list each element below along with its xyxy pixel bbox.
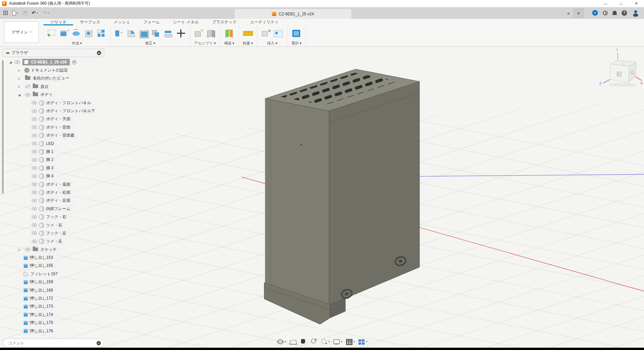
expander-icon[interactable]: ◢ [18, 93, 23, 97]
browser-row[interactable]: ツメ・左 [5, 237, 106, 245]
visibility-eye-icon[interactable] [32, 166, 37, 170]
browser-row[interactable]: フィレット157 [5, 270, 106, 278]
browser-row[interactable]: ▷原点 [5, 82, 106, 91]
browser-row[interactable]: 脚 4 [5, 172, 106, 180]
document-tab[interactable]: CZ-6EB1_1_25 v24 [234, 9, 351, 19]
comment-input[interactable] [7, 340, 97, 346]
visibility-eye-icon[interactable] [32, 215, 37, 219]
expander-icon[interactable]: ▷ [18, 69, 23, 72]
ribbon-tab[interactable]: フォーム [137, 19, 166, 25]
browser-row[interactable]: 脚 1 [5, 148, 106, 156]
expander-icon[interactable]: ▷ [18, 85, 23, 88]
fillet-icon[interactable] [126, 28, 137, 39]
help-icon[interactable]: ? [622, 10, 627, 16]
move-icon[interactable] [176, 28, 186, 39]
browser-panel-header[interactable]: ◀◀ ブラウザ [3, 49, 104, 57]
visibility-eye-icon[interactable] [32, 101, 37, 105]
visibility-eye-icon[interactable] [32, 158, 37, 162]
browser-row[interactable]: 脚 3 [5, 164, 106, 172]
undo-button[interactable]: ↶▾ [32, 10, 38, 15]
create-sketch-icon[interactable] [47, 28, 57, 39]
comment-box[interactable] [3, 339, 104, 347]
browser-row[interactable]: ▷ドキュメントの設定 [5, 66, 106, 74]
maximize-button[interactable]: □ [613, 0, 629, 7]
zoom-button[interactable] [310, 338, 317, 345]
canvas-icon[interactable] [273, 28, 284, 39]
ribbon-tab[interactable]: ソリッド [43, 19, 73, 25]
browser-row[interactable]: 押し出し153 [5, 253, 106, 261]
notifications-icon[interactable] [613, 11, 617, 14]
browser-row[interactable]: ボディ・フロントパネル [5, 99, 106, 107]
browser-row[interactable]: ボディ・背面 [5, 123, 106, 131]
visibility-eye-icon[interactable] [32, 223, 37, 227]
visibility-eye-icon[interactable] [32, 199, 37, 202]
browser-row[interactable]: ボディ・背面蓋 [5, 132, 106, 140]
visibility-eye-icon[interactable] [25, 93, 30, 97]
combine-icon[interactable] [151, 28, 162, 39]
browser-row[interactable]: ボディ・天面 [5, 115, 106, 123]
ribbon-tab[interactable]: プラスチック [205, 19, 244, 25]
browser-row[interactable]: LED [5, 140, 106, 148]
browser-row[interactable]: 押し出し175 [5, 319, 106, 327]
visibility-eye-icon[interactable] [32, 231, 37, 235]
fit-button[interactable]: ▾ [320, 338, 330, 345]
group-dropdown-label[interactable]: 選択 ▾ [289, 41, 304, 46]
ribbon-tab[interactable]: シート メタル [166, 19, 205, 25]
viewcube-top-label[interactable]: 上 [620, 61, 624, 65]
insert-decal-icon[interactable] [261, 28, 271, 39]
browser-row[interactable]: 押し出し174 [5, 311, 106, 319]
shell-icon[interactable] [139, 28, 149, 39]
visibility-eye-icon[interactable] [15, 60, 20, 64]
browser-row[interactable]: 内部フレーム [5, 205, 106, 213]
browser-row[interactable]: ◢CZ-6EB1_1_25 v24 [5, 58, 106, 66]
browser-row[interactable]: 押し出し176 [5, 327, 106, 335]
browser-row[interactable]: 押し出し172 [5, 294, 106, 302]
ribbon-tab[interactable]: メッシュ [107, 19, 137, 25]
redo-button[interactable]: ↷▾ [43, 10, 49, 15]
browser-row[interactable]: 押し出し168 [5, 286, 106, 294]
visibility-eye-icon[interactable] [32, 175, 37, 178]
offset-face-icon[interactable] [163, 28, 174, 39]
group-dropdown-label[interactable]: アセンブリ ▾ [192, 41, 218, 46]
model-right-face[interactable] [329, 81, 420, 305]
minimize-button[interactable]: — [598, 0, 613, 7]
construct-plane-icon[interactable] [224, 28, 234, 39]
display-settings-button[interactable]: ▾ [333, 338, 342, 345]
browser-row[interactable]: ボディ・右面 [5, 188, 106, 196]
viewcube-right-label[interactable]: 右 [630, 70, 635, 75]
group-dropdown-label[interactable]: 構築 ▾ [222, 41, 236, 46]
joint-icon[interactable] [206, 28, 216, 39]
pan-button[interactable] [300, 338, 307, 345]
visibility-eye-icon[interactable] [25, 248, 30, 251]
browser-row[interactable]: ボディ・左面 [5, 197, 106, 205]
browser-row[interactable]: フック・左 [5, 229, 106, 237]
browser-row[interactable]: ▷名前の付いたビュー [5, 74, 106, 82]
visibility-eye-icon[interactable] [32, 207, 37, 210]
new-tab-button[interactable]: + [573, 8, 584, 19]
browser-scrollbar[interactable] [2, 60, 4, 194]
save-icon[interactable] [23, 11, 27, 15]
extensions-icon[interactable]: ✶ [592, 10, 598, 16]
pattern-icon[interactable] [96, 28, 107, 39]
visibility-eye-icon[interactable] [32, 110, 37, 113]
visibility-eye-icon[interactable] [32, 191, 37, 194]
expander-icon[interactable]: ▷ [18, 77, 23, 80]
grid-settings-button[interactable]: ▾ [345, 338, 355, 345]
app-grid-icon[interactable] [3, 11, 8, 15]
collapse-panel-icon[interactable]: ◀◀ [6, 51, 8, 54]
workspace-switcher-button[interactable]: デザイン▾ [4, 21, 39, 43]
tab-close-button[interactable]: ✕ [565, 10, 573, 18]
look-at-button[interactable] [289, 338, 297, 345]
visibility-eye-icon[interactable] [32, 134, 37, 137]
ribbon-tab[interactable]: サーフェス [73, 19, 107, 25]
visibility-eye-icon[interactable] [32, 118, 37, 121]
job-status-icon[interactable] [603, 11, 608, 15]
visibility-eye-icon[interactable] [32, 183, 37, 186]
measure-icon[interactable] [243, 28, 253, 39]
group-dropdown-label[interactable]: 作成 ▾ [45, 41, 108, 46]
visibility-eye-icon[interactable] [32, 142, 37, 145]
browser-row[interactable]: ボディ・フロントパネル下 [5, 107, 106, 115]
browser-row[interactable]: ▷スケッチ [5, 245, 106, 253]
browser-row[interactable]: ツメ・右 [5, 221, 106, 229]
select-icon[interactable] [291, 28, 302, 39]
